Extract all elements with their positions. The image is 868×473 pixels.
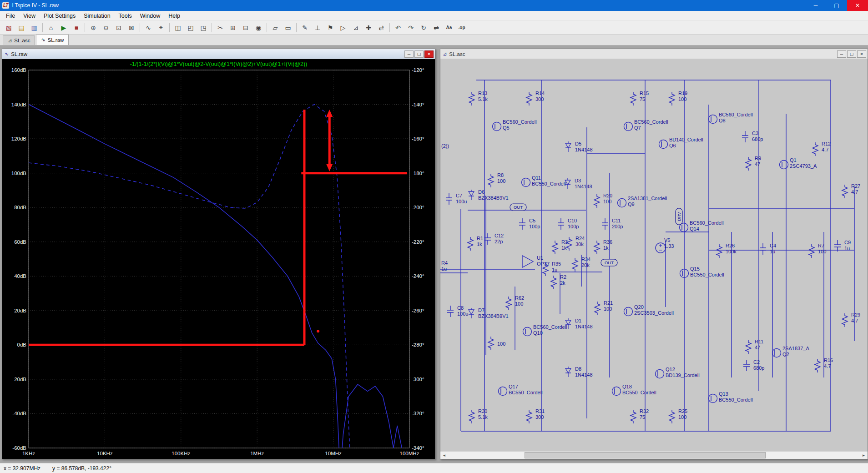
mark-data-points-icon[interactable]: ⌖ bbox=[155, 22, 167, 34]
svg-text:75: 75 bbox=[640, 414, 645, 420]
mirror-icon[interactable]: ⇌ bbox=[430, 22, 442, 34]
plot-close-button[interactable]: ✕ bbox=[424, 50, 434, 58]
run-icon[interactable]: ▶ bbox=[58, 22, 70, 34]
schematic-maximize-button[interactable]: ▢ bbox=[847, 50, 856, 58]
svg-text:1N4148: 1N4148 bbox=[575, 324, 593, 329]
plot-window-title: SL.raw bbox=[11, 51, 27, 57]
component-icon[interactable]: ⊿ bbox=[350, 22, 362, 34]
open-file-icon[interactable]: ▤ bbox=[15, 22, 27, 34]
close-button[interactable]: ✕ bbox=[847, 0, 868, 11]
svg-text:R9: R9 bbox=[755, 156, 761, 161]
draw-wire-icon[interactable]: ✎ bbox=[299, 22, 311, 34]
svg-text:C9: C9 bbox=[844, 240, 851, 245]
schematic-close-button[interactable]: ✕ bbox=[857, 50, 866, 58]
menu-help[interactable]: Help bbox=[164, 13, 184, 19]
svg-text:Q17: Q17 bbox=[509, 384, 518, 389]
rotate-icon[interactable]: ↻ bbox=[418, 22, 429, 34]
svg-text:D3: D3 bbox=[575, 178, 581, 183]
svg-text:10MHz: 10MHz bbox=[325, 451, 342, 456]
svg-text:1MHz: 1MHz bbox=[250, 451, 264, 456]
undo-icon[interactable]: ↶ bbox=[392, 22, 404, 34]
svg-text:1u: 1u bbox=[552, 267, 557, 272]
menu-view[interactable]: View bbox=[19, 13, 40, 19]
svg-text:BC560_Cordell: BC560_Cordell bbox=[719, 112, 753, 117]
plot-canvas[interactable]: -1/(1-1/(2*(I(Vi)@1*V(out)@2-V(out)@1*I(… bbox=[2, 59, 435, 459]
plot-window-controls: ─ ▢ ✕ bbox=[404, 50, 435, 58]
tab-sl-raw[interactable]: ∿SL.raw bbox=[36, 34, 69, 45]
menu-plot-settings[interactable]: Plot Settings bbox=[40, 13, 80, 19]
zoom-out-icon[interactable]: ⊖ bbox=[100, 22, 112, 34]
svg-text:Q5: Q5 bbox=[503, 125, 510, 131]
schematic-minimize-button[interactable]: ─ bbox=[837, 50, 846, 58]
svg-text:680p: 680p bbox=[752, 136, 763, 142]
svg-text:20k: 20k bbox=[581, 262, 590, 268]
svg-text:100: 100 bbox=[497, 341, 505, 347]
print-preview-icon[interactable]: ▱ bbox=[269, 22, 281, 34]
svg-text:-60dB: -60dB bbox=[12, 445, 26, 451]
tile-vertically-icon[interactable]: ◫ bbox=[172, 22, 184, 34]
schematic-window-titlebar[interactable]: ⊿ SL.asc ─ ▢ ✕ bbox=[440, 49, 868, 59]
redo-icon[interactable]: ↷ bbox=[405, 22, 417, 34]
find-icon[interactable]: ◉ bbox=[252, 22, 264, 34]
net-label-icon[interactable]: ⚑ bbox=[324, 22, 336, 34]
menu-tools[interactable]: Tools bbox=[115, 13, 136, 19]
zoom-full-extents-icon[interactable]: ⊠ bbox=[126, 22, 137, 34]
svg-text:Q1: Q1 bbox=[790, 157, 797, 163]
screen: LT LTspice IV - SL.raw ─ ▢ ✕ FileViewPlo… bbox=[0, 0, 868, 473]
svg-text:Q13: Q13 bbox=[719, 391, 728, 397]
move-icon[interactable]: ✚ bbox=[363, 22, 374, 34]
svg-text:1k: 1k bbox=[477, 242, 482, 247]
save-icon[interactable]: ▥ bbox=[28, 22, 40, 34]
spice-directive-icon[interactable]: .op bbox=[456, 22, 468, 34]
schematic-tab-icon: ⊿ bbox=[8, 38, 12, 44]
zoom-area-icon[interactable]: ⊡ bbox=[113, 22, 125, 34]
diode-icon[interactable]: ▷ bbox=[337, 22, 349, 34]
copy-icon[interactable]: ⊞ bbox=[227, 22, 239, 34]
new-schematic-icon[interactable]: ▧ bbox=[3, 22, 15, 34]
minimize-button[interactable]: ─ bbox=[805, 0, 826, 11]
tile-horizontally-icon[interactable]: ◰ bbox=[185, 22, 197, 34]
control-panel-icon[interactable]: ⌂ bbox=[45, 22, 57, 34]
svg-text:BZX384B9V1: BZX384B9V1 bbox=[478, 313, 509, 319]
drag-icon[interactable]: ⇄ bbox=[375, 22, 387, 34]
plot-expression: -1/(1-1/(2*(I(Vi)@1*V(out)@2-V(out)@1*I(… bbox=[2, 61, 435, 67]
zoom-in-icon[interactable]: ⊕ bbox=[87, 22, 99, 34]
svg-text:R30: R30 bbox=[478, 408, 487, 414]
print-icon[interactable]: ▭ bbox=[282, 22, 294, 34]
paste-icon[interactable]: ⊟ bbox=[240, 22, 252, 34]
titlebar[interactable]: LT LTspice IV - SL.raw ─ ▢ ✕ bbox=[0, 0, 868, 11]
svg-text:2SA1837_A: 2SA1837_A bbox=[782, 346, 809, 351]
plot-window-titlebar[interactable]: ∿ SL.raw ─ ▢ ✕ bbox=[2, 49, 435, 59]
autorange-y-icon[interactable]: ∿ bbox=[142, 22, 154, 34]
svg-text:100u: 100u bbox=[457, 311, 468, 317]
scroll-left-arrow-icon[interactable]: ◄ bbox=[440, 452, 448, 459]
scroll-thumb[interactable] bbox=[525, 452, 766, 458]
svg-text:R34: R34 bbox=[581, 257, 590, 262]
text-icon[interactable]: Aa bbox=[443, 22, 455, 34]
scroll-right-arrow-icon[interactable]: ► bbox=[860, 452, 868, 459]
plot-minimize-button[interactable]: ─ bbox=[404, 50, 414, 58]
ground-icon[interactable]: ⊥ bbox=[312, 22, 323, 34]
svg-text:1u: 1u bbox=[770, 249, 775, 254]
svg-text:47: 47 bbox=[755, 345, 760, 350]
cascade-windows-icon[interactable]: ◳ bbox=[197, 22, 209, 34]
svg-text:1KHz: 1KHz bbox=[22, 451, 35, 456]
menu-simulation[interactable]: Simulation bbox=[80, 13, 114, 19]
svg-text:U1: U1 bbox=[537, 255, 543, 261]
svg-text:OUT: OUT bbox=[605, 260, 614, 265]
svg-text:-340°: -340° bbox=[412, 445, 424, 451]
tabstrip: ⊿SL.asc∿SL.raw bbox=[0, 35, 868, 45]
menu-window[interactable]: Window bbox=[136, 13, 164, 19]
svg-text:Q14: Q14 bbox=[690, 226, 699, 231]
svg-text:R7: R7 bbox=[818, 243, 824, 248]
halt-icon[interactable]: ■ bbox=[71, 22, 82, 34]
plot-restore-button[interactable]: ▢ bbox=[414, 50, 424, 58]
maximize-button[interactable]: ▢ bbox=[826, 0, 847, 11]
tab-sl-asc[interactable]: ⊿SL.asc bbox=[3, 35, 35, 45]
svg-text:R15: R15 bbox=[640, 91, 649, 96]
svg-text:4.7: 4.7 bbox=[851, 318, 858, 323]
cut-icon[interactable]: ✂ bbox=[214, 22, 226, 34]
schematic-canvas[interactable]: R135.1kR14300R1575R19100BC560_CordellQ5B… bbox=[440, 59, 868, 451]
schematic-hscrollbar[interactable]: ◄ ► bbox=[440, 451, 868, 459]
menu-file[interactable]: File bbox=[2, 13, 19, 19]
